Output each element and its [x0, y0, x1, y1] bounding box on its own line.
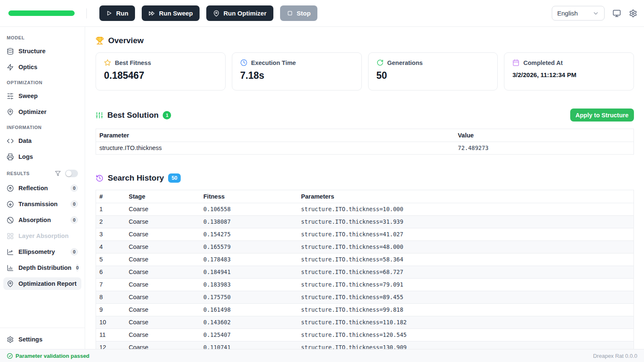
best-fitness-card: Best Fitness 0.185467	[96, 52, 226, 90]
run-optimizer-button[interactable]: Run Optimizer	[206, 5, 273, 21]
table-row: 9 Coarse 0.161498 structure.ITO.thicknes…	[96, 303, 634, 316]
sidebar-item-optimizer[interactable]: Optimizer	[0, 106, 85, 118]
table-row: 7 Coarse 0.183983 structure.ITO.thicknes…	[96, 278, 634, 291]
stop-button[interactable]: Stop	[280, 5, 317, 21]
status-bar: Parameter validation passed Dreapex Rat …	[0, 349, 644, 362]
fitness-cell: 0.154275	[200, 228, 298, 240]
sidebar-item-logs[interactable]: Logs	[0, 150, 85, 163]
sidebar-item-absorption[interactable]: Absorption 0	[0, 214, 85, 226]
gear-icon[interactable]	[629, 9, 637, 18]
zap-icon	[7, 64, 14, 71]
validation-status: Parameter validation passed	[7, 353, 89, 359]
run-button-label: Run	[116, 10, 128, 17]
completed-at-value: 3/2/2026, 11:12:34 PM	[512, 71, 626, 78]
sidebar-item-label: Ellipsometry	[18, 248, 55, 255]
rotate-cw-icon	[377, 59, 384, 66]
sidebar-item-label: Sweep	[18, 93, 38, 99]
app-version-label: Dreapex Rat 0.0.0	[593, 353, 637, 359]
run-sweep-button[interactable]: Run Sweep	[142, 5, 200, 21]
sidebar-item-ellipsometry[interactable]: Ellipsometry 0	[0, 246, 85, 258]
printer-icon	[7, 153, 14, 160]
table-row: 5 Coarse 0.178483 structure.ITO.thicknes…	[96, 253, 634, 266]
stage-cell: Coarse	[125, 215, 200, 228]
parameters-cell: structure.ITO.thickness=89.455	[298, 291, 634, 303]
row-number-cell: 5	[96, 253, 125, 266]
parameters-cell: structure.ITO.thickness=79.091	[298, 278, 634, 291]
sidebar-item-data[interactable]: Data	[0, 134, 85, 147]
table-row: 11 Coarse 0.125407 structure.ITO.thickne…	[96, 328, 634, 341]
row-number-cell: 7	[96, 278, 125, 291]
run-button[interactable]: Run	[99, 5, 135, 21]
best-solution-title: Best Solution	[107, 111, 158, 120]
fitness-cell: 0.183983	[200, 278, 298, 291]
star-icon	[104, 59, 111, 66]
stage-cell: Coarse	[125, 341, 200, 349]
toolbar-divider	[86, 8, 87, 18]
best-solution-header: Best Solution 1 Apply to Structure	[96, 109, 634, 122]
check-circle-icon	[7, 353, 13, 359]
stage-cell: Coarse	[125, 253, 200, 266]
table-row: 12 Coarse 0.110741 structure.ITO.thickne…	[96, 341, 634, 349]
parameters-cell: structure.ITO.thickness=41.027	[298, 228, 634, 240]
execution-time-value: 7.18s	[240, 70, 353, 81]
filter-icon[interactable]	[55, 171, 61, 176]
sidebar-item-sweep[interactable]: Sweep	[0, 90, 85, 102]
fitness-cell: 0.165579	[200, 240, 298, 253]
fitness-cell: 0.178483	[200, 253, 298, 266]
completed-at-card: Completed At 3/2/2026, 11:12:34 PM	[504, 52, 634, 90]
column-header-value: Value	[454, 129, 634, 142]
sliders-horizontal-icon	[7, 93, 14, 100]
overview-title: Overview	[108, 36, 144, 45]
sidebar-section-model: MODEL	[0, 35, 85, 40]
stage-cell: Coarse	[125, 266, 200, 278]
sidebar-item-depth-distribution[interactable]: Depth Distribution 0	[0, 261, 85, 274]
table-row: structure.ITO.thickness 72.489273	[96, 142, 634, 154]
count-badge: 0	[70, 248, 78, 256]
apply-to-structure-button[interactable]: Apply to Structure	[570, 109, 634, 122]
ban-circle-icon	[7, 217, 14, 224]
best-fitness-value: 0.185467	[104, 70, 217, 81]
column-header-parameter: Parameter	[96, 129, 454, 142]
chevron-down-icon	[592, 10, 599, 17]
sidebar-item-layer-absorption: Layer Absorption	[0, 230, 85, 242]
sidebar-section-results: RESULTS	[0, 170, 85, 177]
card-label: Generations	[387, 59, 423, 66]
topbar-right-group: English	[552, 6, 637, 21]
column-header-num: #	[96, 190, 125, 203]
sidebar-item-transmission[interactable]: Transmission 0	[0, 198, 85, 210]
table-row: 1 Coarse 0.106558 structure.ITO.thicknes…	[96, 203, 634, 215]
parameters-cell: structure.ITO.thickness=48.000	[298, 240, 634, 253]
language-select-value: English	[557, 10, 578, 17]
sidebar-item-label: Optimizer	[18, 109, 47, 115]
row-number-cell: 12	[96, 341, 125, 349]
results-filter-toggle[interactable]	[65, 170, 78, 177]
stage-cell: Coarse	[125, 278, 200, 291]
sidebar-section-optimization: OPTIMIZATION	[0, 80, 85, 85]
stage-cell: Coarse	[125, 228, 200, 240]
language-select[interactable]: English	[552, 6, 605, 21]
sidebar-item-structure[interactable]: Structure	[0, 45, 85, 57]
stop-square-icon	[287, 10, 293, 16]
report-content: Overview Best Fitness 0.185467 Execution…	[86, 27, 644, 349]
sidebar-item-label: Structure	[18, 48, 45, 54]
sidebar-section-information: INFORMATION	[0, 125, 85, 130]
sidebar-item-label: Optimization Report	[18, 280, 77, 287]
row-number-cell: 2	[96, 215, 125, 228]
table-row: 6 Coarse 0.184941 structure.ITO.thicknes…	[96, 266, 634, 278]
sidebar-item-settings[interactable]: Settings	[0, 333, 85, 346]
stage-cell: Coarse	[125, 203, 200, 215]
parameters-cell: structure.ITO.thickness=58.364	[298, 253, 634, 266]
monitor-icon[interactable]	[613, 9, 621, 18]
sidebar-item-optimization-report[interactable]: Optimization Report	[3, 277, 81, 290]
column-header-fitness: Fitness	[200, 190, 298, 203]
card-label: Completed At	[523, 59, 563, 66]
search-history-count-badge: 50	[168, 173, 181, 183]
grid-icon	[7, 233, 14, 240]
generations-value: 50	[377, 70, 490, 81]
sidebar-item-optics[interactable]: Optics	[0, 61, 85, 73]
best-solution-count-badge: 1	[163, 111, 171, 119]
row-number-cell: 3	[96, 228, 125, 240]
search-history-header: Search History 50	[96, 173, 634, 183]
card-label: Best Fitness	[115, 59, 151, 66]
sidebar-item-reflection[interactable]: Reflection 0	[0, 182, 85, 194]
